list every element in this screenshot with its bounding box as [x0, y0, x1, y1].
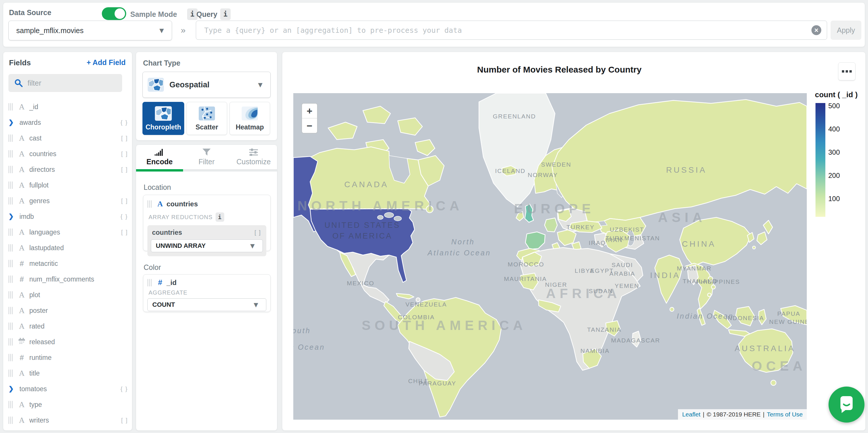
expand-chevron-icon[interactable]: ❯: [8, 213, 16, 220]
chart-menu-button[interactable]: [838, 62, 856, 81]
drag-handle-icon[interactable]: [8, 228, 16, 236]
field-row-num_mflix_comments[interactable]: #num_mflix_comments: [8, 271, 128, 287]
array-reductions-info-icon[interactable]: i: [216, 212, 224, 222]
field-row-_id[interactable]: A_id: [8, 99, 128, 115]
clear-query-icon[interactable]: ✕: [811, 25, 821, 35]
field-row-released[interactable]: released: [8, 334, 128, 350]
date-type-icon: [16, 338, 28, 346]
field-name: plot: [29, 291, 40, 299]
field-name: title: [29, 369, 40, 377]
array-reductions-label: ARRAY REDUCTIONS: [149, 214, 213, 221]
field-row-plot[interactable]: Aplot: [8, 287, 128, 303]
location-encoding-card[interactable]: A countries ARRAY REDUCTIONS i countries…: [143, 195, 271, 251]
field-type-badge: [ ]: [121, 135, 128, 142]
string-type-icon: A: [16, 306, 28, 315]
leaflet-link[interactable]: Leaflet: [682, 411, 700, 418]
drag-handle-icon[interactable]: [8, 181, 16, 189]
tab-encode[interactable]: Encode: [136, 145, 183, 169]
drag-handle-icon[interactable]: [147, 200, 155, 208]
chart-type-value: Geospatial: [169, 81, 210, 89]
field-type-badge: [ ]: [121, 150, 128, 157]
chart-type-panel: Chart Type Geospatial ▼ Choropleth: [136, 52, 277, 141]
add-field-button[interactable]: + Add Field: [87, 58, 126, 67]
query-input[interactable]: [196, 21, 827, 40]
zoom-in-button[interactable]: +: [302, 103, 317, 118]
field-type-badge: { }: [120, 385, 128, 392]
drag-handle-icon[interactable]: [8, 322, 16, 330]
string-type-icon: A: [16, 181, 28, 190]
field-row-cast[interactable]: Acast[ ]: [8, 130, 128, 146]
apply-button[interactable]: Apply: [831, 21, 861, 40]
attribution-separator: |: [703, 411, 704, 418]
field-filter-input[interactable]: [27, 79, 115, 88]
field-row-countries[interactable]: Acountries[ ]: [8, 146, 128, 162]
drag-handle-icon[interactable]: [8, 354, 16, 361]
subtype-choropleth-button[interactable]: Choropleth: [143, 102, 184, 135]
field-row-runtime[interactable]: #runtime: [8, 350, 128, 365]
number-type-icon: #: [16, 259, 28, 268]
unwind-array-select[interactable]: UNWIND ARRAY ▼: [151, 240, 263, 252]
field-type-badge: [ ]: [121, 417, 128, 424]
string-type-icon: A: [16, 134, 28, 143]
field-row-imdb[interactable]: ❯imdb{ }: [8, 209, 128, 224]
field-row-genres[interactable]: Agenres[ ]: [8, 193, 128, 209]
field-row-awards[interactable]: ❯awards{ }: [8, 115, 128, 130]
leaflet-map[interactable]: .m-nd{fill:#e2e3e1;stroke:#fff;stroke-wi…: [293, 93, 807, 420]
field-name: cast: [29, 134, 41, 142]
field-row-metacritic[interactable]: #metacritic: [8, 256, 128, 271]
field-row-poster[interactable]: Aposter: [8, 303, 128, 318]
field-row-title[interactable]: Atitle: [8, 365, 128, 381]
field-row-type[interactable]: Atype: [8, 397, 128, 412]
drag-handle-icon[interactable]: [8, 260, 16, 267]
drag-handle-icon[interactable]: [8, 103, 16, 111]
expand-chevron-icon[interactable]: ❯: [8, 119, 16, 126]
drag-handle-icon[interactable]: [8, 166, 16, 173]
drag-handle-icon[interactable]: [8, 369, 16, 377]
tab-filter[interactable]: Filter: [183, 145, 230, 169]
chat-launcher-button[interactable]: [829, 386, 865, 423]
field-row-rated[interactable]: Arated: [8, 318, 128, 334]
encode-panel: Encode Filter Customize Location A c: [136, 145, 277, 431]
drag-handle-icon[interactable]: [8, 338, 16, 346]
drag-handle-icon[interactable]: [8, 291, 16, 299]
sample-mode-toggle[interactable]: [102, 7, 126, 20]
field-row-lastupdated[interactable]: Alastupdated: [8, 240, 128, 256]
field-filter-box[interactable]: [8, 74, 122, 92]
drag-handle-icon[interactable]: [8, 416, 16, 424]
zoom-out-button[interactable]: −: [302, 118, 317, 133]
subtype-label: Heatmap: [236, 123, 264, 131]
drag-handle-icon[interactable]: [8, 244, 16, 252]
field-row-fullplot[interactable]: Afullplot: [8, 177, 128, 193]
string-type-icon: A: [16, 322, 28, 331]
field-name: num_mflix_comments: [29, 275, 94, 283]
chart-type-select[interactable]: Geospatial ▼: [143, 72, 271, 98]
field-row-directors[interactable]: Adirectors[ ]: [8, 162, 128, 177]
aggregate-select[interactable]: COUNT ▼: [147, 298, 266, 311]
search-icon: [14, 79, 23, 87]
expand-chevron-icon[interactable]: ❯: [8, 385, 16, 393]
field-row-writers[interactable]: Awriters[ ]: [8, 412, 128, 428]
sample-mode-info-icon[interactable]: i: [187, 8, 197, 20]
subtype-scatter-button[interactable]: Scatter: [187, 102, 227, 135]
sample-mode-label: Sample Mode: [130, 10, 177, 19]
drag-handle-icon[interactable]: [8, 150, 16, 158]
terms-of-use-link[interactable]: Terms of Use: [767, 411, 803, 418]
chart-canvas: Number of Movies Released by Country .m-…: [282, 52, 866, 431]
drag-handle-icon[interactable]: [147, 279, 155, 286]
query-info-icon[interactable]: i: [220, 8, 230, 20]
field-name: runtime: [29, 354, 52, 362]
data-source-select[interactable]: sample_mflix.movies ▼: [8, 21, 172, 40]
chat-bubble-icon: [838, 395, 856, 414]
drag-handle-icon[interactable]: [8, 401, 16, 408]
subtype-heatmap-button[interactable]: Heatmap: [229, 102, 270, 135]
drag-handle-icon[interactable]: [8, 307, 16, 314]
tab-label: Customize: [237, 158, 271, 166]
field-row-tomatoes[interactable]: ❯tomatoes{ }: [8, 381, 128, 397]
field-row-languages[interactable]: Alanguages[ ]: [8, 224, 128, 240]
drag-handle-icon[interactable]: [8, 275, 16, 283]
color-encoding-card[interactable]: # _id AGGREGATE COUNT ▼: [143, 274, 271, 312]
field-name: poster: [29, 307, 48, 315]
drag-handle-icon[interactable]: [8, 197, 16, 205]
tab-customize[interactable]: Customize: [230, 145, 277, 169]
drag-handle-icon[interactable]: [8, 134, 16, 142]
